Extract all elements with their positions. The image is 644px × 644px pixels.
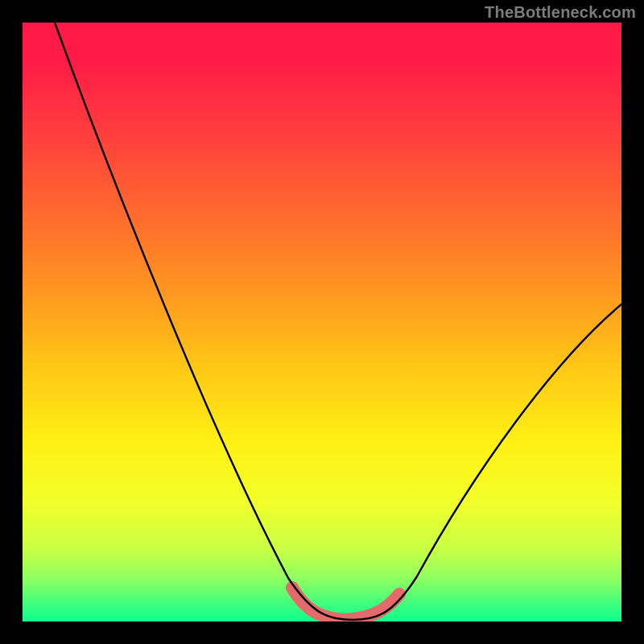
main-curve	[55, 23, 621, 620]
plot-area	[23, 23, 621, 621]
chart-svg	[23, 23, 621, 621]
watermark-text: TheBottleneck.com	[485, 3, 636, 22]
chart-frame: TheBottleneck.com	[0, 0, 644, 644]
